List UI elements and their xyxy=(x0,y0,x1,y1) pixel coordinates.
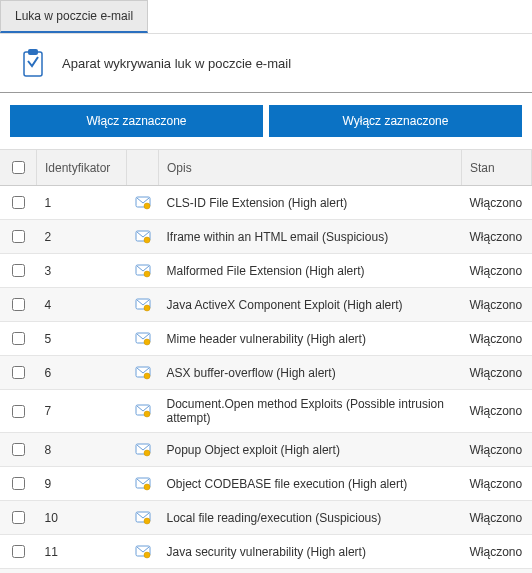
select-all-checkbox[interactable] xyxy=(12,161,25,174)
table-row[interactable]: 7Document.Open method Exploits (Possible… xyxy=(0,390,532,433)
row-status: Włączono xyxy=(462,322,532,356)
row-description: Malformed File Extension (High alert) xyxy=(159,254,462,288)
vulnerability-table: Identyfikator Opis Stan 1CLS-ID File Ext… xyxy=(0,150,532,573)
row-checkbox-cell xyxy=(0,322,37,356)
table-row[interactable]: 5Mime header vulnerability (High alert)W… xyxy=(0,322,532,356)
row-description: Java security vulnerability (High alert) xyxy=(159,535,462,569)
row-status: Włączono xyxy=(462,254,532,288)
row-status: Włączono xyxy=(462,390,532,433)
row-id: 3 xyxy=(37,254,127,288)
row-description: Object CODEBASE file execution (High ale… xyxy=(159,467,462,501)
svg-point-3 xyxy=(144,203,150,209)
row-checkbox-cell xyxy=(0,220,37,254)
row-checkbox-cell xyxy=(0,288,37,322)
row-checkbox[interactable] xyxy=(12,230,25,243)
enable-selected-button[interactable]: Włącz zaznaczone xyxy=(10,105,263,137)
row-description: CLS-ID File Extension (High alert) xyxy=(159,186,462,220)
row-checkbox[interactable] xyxy=(12,511,25,524)
table-row[interactable]: 12MSScriptControl.ScriptControl ActiveX … xyxy=(0,569,532,574)
row-description: Iframe within an HTML email (Suspicious) xyxy=(159,220,462,254)
row-checkbox[interactable] xyxy=(12,477,25,490)
row-icon-cell xyxy=(127,322,159,356)
row-checkbox-cell xyxy=(0,467,37,501)
row-checkbox-cell xyxy=(0,390,37,433)
row-description: Document.Open method Exploits (Possible … xyxy=(159,390,462,433)
row-status: Włączono xyxy=(462,220,532,254)
table-row[interactable]: 1CLS-ID File Extension (High alert)Włącz… xyxy=(0,186,532,220)
row-id: 5 xyxy=(37,322,127,356)
row-id: 2 xyxy=(37,220,127,254)
row-checkbox[interactable] xyxy=(12,196,25,209)
tab-email-gap[interactable]: Luka w poczcie e-mail xyxy=(0,0,148,33)
row-checkbox-cell xyxy=(0,356,37,390)
row-status: Włączono xyxy=(462,433,532,467)
row-icon-cell xyxy=(127,390,159,433)
row-icon-cell xyxy=(127,467,159,501)
row-icon-cell xyxy=(127,254,159,288)
svg-point-23 xyxy=(144,552,150,558)
column-header-icon xyxy=(127,150,159,186)
row-id: 12 xyxy=(37,569,127,574)
svg-point-7 xyxy=(144,271,150,277)
row-icon-cell xyxy=(127,356,159,390)
mail-search-icon xyxy=(135,263,151,277)
row-checkbox-cell xyxy=(0,186,37,220)
row-checkbox[interactable] xyxy=(12,405,25,418)
column-header-id[interactable]: Identyfikator xyxy=(37,150,127,186)
row-checkbox[interactable] xyxy=(12,366,25,379)
table-row[interactable]: 3Malformed File Extension (High alert)Wł… xyxy=(0,254,532,288)
row-checkbox[interactable] xyxy=(12,332,25,345)
svg-point-15 xyxy=(144,411,150,417)
column-header-desc[interactable]: Opis xyxy=(159,150,462,186)
svg-point-13 xyxy=(144,373,150,379)
svg-rect-1 xyxy=(28,49,38,55)
row-status: Włączono xyxy=(462,535,532,569)
row-checkbox-cell xyxy=(0,501,37,535)
row-description: Java ActiveX Component Exploit (High ale… xyxy=(159,288,462,322)
table-row[interactable]: 6ASX buffer-overflow (High alert)Włączon… xyxy=(0,356,532,390)
row-checkbox[interactable] xyxy=(12,264,25,277)
table-row[interactable]: 9Object CODEBASE file execution (High al… xyxy=(0,467,532,501)
tab-bar: Luka w poczcie e-mail xyxy=(0,0,532,33)
row-checkbox[interactable] xyxy=(12,298,25,311)
mail-search-icon xyxy=(135,229,151,243)
row-checkbox[interactable] xyxy=(12,545,25,558)
table-row[interactable]: 2Iframe within an HTML email (Suspicious… xyxy=(0,220,532,254)
row-status: Włączono xyxy=(462,467,532,501)
svg-point-9 xyxy=(144,305,150,311)
row-id: 10 xyxy=(37,501,127,535)
row-icon-cell xyxy=(127,186,159,220)
table-row[interactable]: 11Java security vulnerability (High aler… xyxy=(0,535,532,569)
row-icon-cell xyxy=(127,535,159,569)
svg-point-21 xyxy=(144,518,150,524)
disable-selected-button[interactable]: Wyłącz zaznaczone xyxy=(269,105,522,137)
row-description: Popup Object exploit (High alert) xyxy=(159,433,462,467)
column-header-status[interactable]: Stan xyxy=(462,150,532,186)
row-status: Włączono xyxy=(462,288,532,322)
mail-search-icon xyxy=(135,476,151,490)
clipboard-icon xyxy=(20,48,46,78)
svg-point-5 xyxy=(144,237,150,243)
tab-label: Luka w poczcie e-mail xyxy=(15,9,133,23)
table-row[interactable]: 4Java ActiveX Component Exploit (High al… xyxy=(0,288,532,322)
row-description: ASX buffer-overflow (High alert) xyxy=(159,356,462,390)
row-icon-cell xyxy=(127,288,159,322)
row-checkbox-cell xyxy=(0,569,37,574)
mail-search-icon xyxy=(135,297,151,311)
svg-point-19 xyxy=(144,484,150,490)
row-icon-cell xyxy=(127,433,159,467)
row-id: 4 xyxy=(37,288,127,322)
table-row[interactable]: 10Local file reading/execution (Suspicio… xyxy=(0,501,532,535)
row-status: Włączono xyxy=(462,356,532,390)
mail-search-icon xyxy=(135,404,151,418)
row-status: Włączono xyxy=(462,501,532,535)
row-status: Włączono xyxy=(462,569,532,574)
row-id: 6 xyxy=(37,356,127,390)
row-checkbox[interactable] xyxy=(12,443,25,456)
svg-point-17 xyxy=(144,450,150,456)
row-icon-cell xyxy=(127,501,159,535)
mail-search-icon xyxy=(135,510,151,524)
table-row[interactable]: 8Popup Object exploit (High alert)Włączo… xyxy=(0,433,532,467)
mail-search-icon xyxy=(135,331,151,345)
mail-search-icon xyxy=(135,195,151,209)
